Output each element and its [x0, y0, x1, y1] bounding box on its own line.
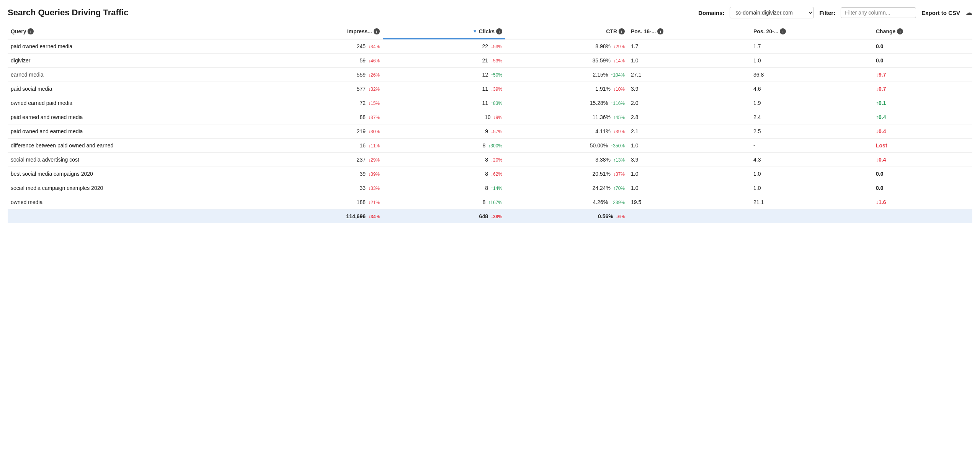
cell-pos16: 1.0: [628, 54, 750, 68]
cell-pos20: 4.3: [750, 153, 873, 167]
footer-cell-impressions: 114,696 ↓34%: [260, 209, 383, 224]
footer-cell-pos16: [628, 209, 750, 224]
cell-ctr: 35.59% ↓14%: [505, 54, 628, 68]
footer-cell-ctr: 0.56% ↓6%: [505, 209, 628, 224]
upload-cloud-icon[interactable]: ☁: [965, 8, 972, 17]
header-controls: Domains: sc-domain:digivizer.com Filter:…: [698, 7, 972, 18]
cell-impressions: 88 ↓37%: [260, 110, 383, 124]
table-row[interactable]: paid owned and earned media 219 ↓30% 9 ↓…: [8, 124, 972, 139]
cell-change: ↓0.4: [873, 153, 972, 167]
cell-pos20: 21.1: [750, 195, 873, 209]
cell-query: digivizer: [8, 54, 260, 68]
cell-ctr: 15.28% ↑116%: [505, 96, 628, 110]
col-header-change[interactable]: Change i: [873, 25, 972, 39]
cell-pos20: 1.9: [750, 96, 873, 110]
domains-label: Domains:: [698, 10, 724, 16]
cell-pos16: 1.0: [628, 167, 750, 181]
cell-clicks: 8 ↑14%: [383, 181, 505, 195]
filter-input[interactable]: [841, 7, 916, 18]
table-row[interactable]: paid social media 577 ↓32% 11 ↓39% 1.91%…: [8, 82, 972, 96]
table-row[interactable]: digivizer 59 ↓46% 21 ↓53% 35.59% ↓14% 1.…: [8, 54, 972, 68]
table-row[interactable]: owned media 188 ↓21% 8 ↑167% 4.26% ↑239%…: [8, 195, 972, 209]
info-icon-impressions[interactable]: i: [374, 28, 380, 34]
cell-impressions: 39 ↓39%: [260, 167, 383, 181]
cell-query: paid earned and owned media: [8, 110, 260, 124]
cell-change: 0.0: [873, 39, 972, 54]
info-icon-ctr[interactable]: i: [619, 28, 625, 34]
cell-query: owned media: [8, 195, 260, 209]
cell-change: ↓9.7: [873, 68, 972, 82]
domain-select[interactable]: sc-domain:digivizer.com: [730, 7, 814, 18]
info-icon-pos20[interactable]: i: [780, 28, 786, 34]
info-icon-query[interactable]: i: [28, 28, 34, 34]
cell-pos20: 2.5: [750, 124, 873, 139]
footer-cell-pos20: [750, 209, 873, 224]
cell-change: ↑0.1: [873, 96, 972, 110]
cell-query: earned media: [8, 68, 260, 82]
cell-change: ↓0.7: [873, 82, 972, 96]
cell-query: paid owned earned media: [8, 39, 260, 54]
col-header-clicks[interactable]: ▼ Clicks i: [383, 25, 505, 39]
cell-pos16: 3.9: [628, 82, 750, 96]
cell-clicks: 8 ↑300%: [383, 139, 505, 153]
col-header-ctr[interactable]: CTR i: [505, 25, 628, 39]
table-row[interactable]: earned media 559 ↓26% 12 ↑50% 2.15% ↑104…: [8, 68, 972, 82]
footer-cell-change: [873, 209, 972, 224]
cell-pos16: 2.8: [628, 110, 750, 124]
info-icon-pos16[interactable]: i: [657, 28, 663, 34]
col-header-query[interactable]: Query i: [8, 25, 260, 39]
cell-clicks: 11 ↑83%: [383, 96, 505, 110]
cell-pos20: 36.8: [750, 68, 873, 82]
cell-ctr: 4.26% ↑239%: [505, 195, 628, 209]
cell-clicks: 8 ↑167%: [383, 195, 505, 209]
info-icon-change[interactable]: i: [897, 28, 903, 34]
search-queries-table: Query i Impress... i ▼ Clicks: [8, 25, 972, 223]
cell-pos16: 1.0: [628, 139, 750, 153]
cell-clicks: 10 ↓9%: [383, 110, 505, 124]
cell-ctr: 20.51% ↓37%: [505, 167, 628, 181]
cell-impressions: 72 ↓15%: [260, 96, 383, 110]
cell-query: paid owned and earned media: [8, 124, 260, 139]
table-row[interactable]: owned earned paid media 72 ↓15% 11 ↑83% …: [8, 96, 972, 110]
cell-query: owned earned paid media: [8, 96, 260, 110]
cell-clicks: 22 ↓53%: [383, 39, 505, 54]
cell-impressions: 237 ↓29%: [260, 153, 383, 167]
cell-pos16: 1.7: [628, 39, 750, 54]
sort-arrow-clicks: ▼: [473, 29, 477, 34]
cell-clicks: 9 ↓57%: [383, 124, 505, 139]
cell-change: Lost: [873, 139, 972, 153]
table-row[interactable]: paid owned earned media 245 ↓34% 22 ↓53%…: [8, 39, 972, 54]
cell-impressions: 188 ↓21%: [260, 195, 383, 209]
footer-cell-clicks: 648 ↓38%: [383, 209, 505, 224]
table-row[interactable]: best social media campaigns 2020 39 ↓39%…: [8, 167, 972, 181]
cell-ctr: 24.24% ↑70%: [505, 181, 628, 195]
col-header-pos20[interactable]: Pos. 20-... i: [750, 25, 873, 39]
col-header-impressions[interactable]: Impress... i: [260, 25, 383, 39]
export-csv-button[interactable]: Export to CSV: [921, 10, 960, 16]
cell-pos16: 2.1: [628, 124, 750, 139]
cell-clicks: 8 ↓20%: [383, 153, 505, 167]
cell-impressions: 16 ↓11%: [260, 139, 383, 153]
data-table-wrapper: Query i Impress... i ▼ Clicks: [8, 25, 972, 223]
cell-impressions: 219 ↓30%: [260, 124, 383, 139]
cell-change: ↑0.4: [873, 110, 972, 124]
col-header-pos16[interactable]: Pos. 16-... i: [628, 25, 750, 39]
cell-pos16: 1.0: [628, 181, 750, 195]
cell-pos20: 4.6: [750, 82, 873, 96]
cell-ctr: 8.98% ↓29%: [505, 39, 628, 54]
cell-pos20: 1.0: [750, 167, 873, 181]
info-icon-clicks[interactable]: i: [496, 28, 502, 34]
page-header: Search Queries Driving Traffic Domains: …: [8, 7, 972, 18]
cell-pos20: 1.0: [750, 54, 873, 68]
cell-clicks: 12 ↑50%: [383, 68, 505, 82]
cell-ctr: 50.00% ↑350%: [505, 139, 628, 153]
table-row[interactable]: difference between paid owned and earned…: [8, 139, 972, 153]
table-row[interactable]: social media advertising cost 237 ↓29% 8…: [8, 153, 972, 167]
cell-pos20: -: [750, 139, 873, 153]
table-row[interactable]: social media campaign examples 2020 33 ↓…: [8, 181, 972, 195]
table-row[interactable]: paid earned and owned media 88 ↓37% 10 ↓…: [8, 110, 972, 124]
cell-change: ↓0.4: [873, 124, 972, 139]
cell-change: 0.0: [873, 181, 972, 195]
cell-pos20: 2.4: [750, 110, 873, 124]
cell-query: social media advertising cost: [8, 153, 260, 167]
